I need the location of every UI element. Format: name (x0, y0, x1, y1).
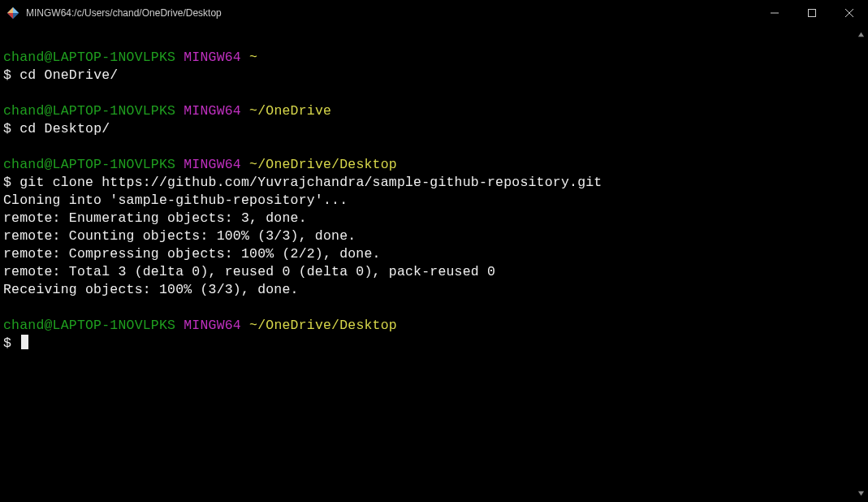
scroll-up-arrow-icon[interactable] (854, 28, 868, 41)
window-controls (756, 0, 868, 26)
prompt-env: MINGW64 (184, 50, 241, 65)
command-text: cd OneDrive/ (19, 67, 118, 83)
prompt-path: ~/OneDrive/Desktop (249, 157, 397, 172)
prompt-line: chand@LAPTOP-1NOVLPKS MINGW64 ~/OneDrive (3, 102, 851, 120)
svg-marker-4 (7, 7, 13, 13)
window-title: MINGW64:/c/Users/chand/OneDrive/Desktop (26, 7, 222, 19)
minimize-button[interactable] (756, 0, 793, 26)
prompt-symbol: $ (3, 121, 11, 136)
prompt-user-host: chand@LAPTOP-1NOVLPKS (3, 157, 175, 172)
client-area: chand@LAPTOP-1NOVLPKS MINGW64 ~$ cd OneD… (0, 26, 868, 502)
titlebar[interactable]: MINGW64:/c/Users/chand/OneDrive/Desktop (0, 0, 868, 26)
prompt-symbol: $ (3, 335, 11, 351)
command-line: $ cd Desktop/ (3, 120, 851, 138)
prompt-line: chand@LAPTOP-1NOVLPKS MINGW64 ~/OneDrive… (3, 317, 851, 335)
prompt-path: ~/OneDrive/Desktop (249, 318, 397, 333)
prompt-path: ~/OneDrive (249, 103, 331, 119)
prompt-line: chand@LAPTOP-1NOVLPKS MINGW64 ~ (3, 49, 851, 67)
command-line: $ git clone https://github.com/Yuvrajcha… (3, 174, 851, 192)
scroll-down-arrow-icon[interactable] (854, 487, 868, 500)
svg-marker-9 (858, 32, 864, 37)
svg-marker-10 (858, 491, 864, 496)
prompt-env: MINGW64 (184, 318, 241, 333)
app-icon (6, 6, 19, 19)
svg-marker-2 (13, 13, 19, 19)
svg-marker-1 (13, 7, 19, 13)
prompt-env: MINGW64 (184, 157, 241, 172)
command-line: $ cd OneDrive/ (3, 67, 851, 84)
output-line: remote: Enumerating objects: 3, done. (3, 210, 851, 227)
output-line: remote: Total 3 (delta 0), reused 0 (del… (3, 263, 851, 281)
output-line: remote: Compressing objects: 100% (2/2),… (3, 245, 851, 263)
command-text: cd Desktop/ (19, 121, 110, 136)
output-line: Receiving objects: 100% (3/3), done. (3, 281, 851, 299)
prompt-env: MINGW64 (184, 103, 241, 119)
prompt-user-host: chand@LAPTOP-1NOVLPKS (3, 50, 175, 65)
close-button[interactable] (831, 0, 868, 26)
prompt-symbol: $ (3, 175, 11, 190)
prompt-path: ~ (249, 50, 257, 65)
command-line[interactable]: $ (3, 335, 851, 353)
output-line: remote: Counting objects: 100% (3/3), do… (3, 227, 851, 245)
svg-marker-3 (7, 13, 13, 19)
terminal-output[interactable]: chand@LAPTOP-1NOVLPKS MINGW64 ~$ cd OneD… (0, 26, 854, 502)
text-cursor (21, 335, 28, 349)
vertical-scrollbar[interactable] (854, 26, 868, 502)
prompt-user-host: chand@LAPTOP-1NOVLPKS (3, 103, 175, 119)
svg-rect-6 (809, 10, 816, 17)
maximize-button[interactable] (793, 0, 831, 26)
prompt-line: chand@LAPTOP-1NOVLPKS MINGW64 ~/OneDrive… (3, 156, 851, 174)
prompt-symbol: $ (3, 67, 11, 83)
terminal-window: MINGW64:/c/Users/chand/OneDrive/Desktop … (0, 0, 868, 502)
output-line: Cloning into 'sample-github-repository'.… (3, 192, 851, 210)
prompt-user-host: chand@LAPTOP-1NOVLPKS (3, 318, 175, 333)
command-text: git clone https://github.com/Yuvrajchand… (19, 175, 602, 190)
